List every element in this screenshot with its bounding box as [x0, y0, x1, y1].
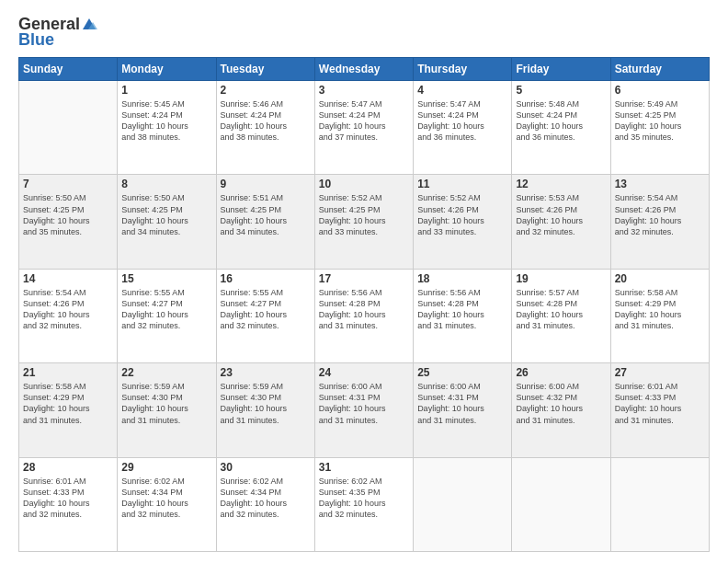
logo-icon [81, 17, 97, 31]
day-number: 2 [221, 84, 311, 97]
day-number: 1 [121, 84, 211, 97]
day-number: 11 [417, 178, 507, 190]
calendar-cell: 25Sunrise: 6:00 AM Sunset: 4:31 PM Dayli… [414, 363, 512, 457]
calendar-cell: 14Sunrise: 5:54 AM Sunset: 4:26 PM Dayli… [19, 269, 118, 362]
day-number: 9 [221, 178, 311, 190]
day-details: Sunrise: 6:00 AM Sunset: 4:32 PM Dayligh… [516, 381, 606, 426]
calendar-cell: 19Sunrise: 5:57 AM Sunset: 4:28 PM Dayli… [512, 269, 610, 362]
day-number: 25 [417, 366, 507, 379]
calendar-cell: 1Sunrise: 5:45 AM Sunset: 4:24 PM Daylig… [118, 81, 216, 175]
day-details: Sunrise: 6:01 AM Sunset: 4:33 PM Dayligh… [23, 476, 113, 521]
calendar-cell: 11Sunrise: 5:52 AM Sunset: 4:26 PM Dayli… [414, 175, 512, 269]
day-number: 31 [319, 461, 409, 474]
calendar-header-wednesday: Wednesday [314, 58, 413, 81]
calendar-cell: 23Sunrise: 5:59 AM Sunset: 4:30 PM Dayli… [216, 363, 314, 457]
calendar-cell: 7Sunrise: 5:50 AM Sunset: 4:25 PM Daylig… [19, 175, 118, 269]
day-number: 23 [221, 366, 311, 379]
day-number: 8 [121, 178, 211, 190]
calendar-header-saturday: Saturday [610, 58, 709, 81]
day-number: 30 [221, 461, 311, 474]
day-number: 22 [121, 366, 211, 379]
calendar-cell: 5Sunrise: 5:48 AM Sunset: 4:24 PM Daylig… [512, 81, 610, 175]
day-number: 16 [221, 272, 311, 285]
header: General Blue [18, 15, 710, 50]
calendar-cell: 28Sunrise: 6:01 AM Sunset: 4:33 PM Dayli… [19, 457, 118, 551]
calendar-cell: 4Sunrise: 5:47 AM Sunset: 4:24 PM Daylig… [414, 81, 512, 175]
day-number: 29 [121, 461, 211, 474]
logo: General Blue [18, 15, 97, 50]
calendar-cell: 9Sunrise: 5:51 AM Sunset: 4:25 PM Daylig… [216, 175, 314, 269]
day-details: Sunrise: 5:55 AM Sunset: 4:27 PM Dayligh… [121, 287, 211, 332]
day-details: Sunrise: 5:54 AM Sunset: 4:26 PM Dayligh… [23, 287, 113, 332]
day-details: Sunrise: 5:48 AM Sunset: 4:24 PM Dayligh… [516, 98, 606, 144]
day-number: 15 [121, 272, 211, 285]
calendar-week-row: 28Sunrise: 6:01 AM Sunset: 4:33 PM Dayli… [19, 457, 710, 551]
day-number: 12 [516, 178, 606, 190]
day-details: Sunrise: 6:02 AM Sunset: 4:34 PM Dayligh… [121, 476, 211, 521]
calendar-cell: 3Sunrise: 5:47 AM Sunset: 4:24 PM Daylig… [314, 81, 413, 175]
day-number: 20 [615, 272, 705, 285]
calendar-cell [512, 457, 610, 551]
calendar-header-row: SundayMondayTuesdayWednesdayThursdayFrid… [19, 58, 710, 81]
day-number: 7 [23, 178, 113, 190]
calendar-cell: 8Sunrise: 5:50 AM Sunset: 4:25 PM Daylig… [118, 175, 216, 269]
page: General Blue SundayMondayTuesdayWednesda… [0, 0, 728, 563]
calendar-cell: 21Sunrise: 5:58 AM Sunset: 4:29 PM Dayli… [19, 363, 118, 457]
calendar-cell: 29Sunrise: 6:02 AM Sunset: 4:34 PM Dayli… [118, 457, 216, 551]
calendar-cell: 22Sunrise: 5:59 AM Sunset: 4:30 PM Dayli… [118, 363, 216, 457]
day-number: 26 [516, 366, 606, 379]
logo-blue-text: Blue [18, 30, 54, 50]
day-details: Sunrise: 5:57 AM Sunset: 4:28 PM Dayligh… [516, 287, 606, 332]
day-details: Sunrise: 5:56 AM Sunset: 4:28 PM Dayligh… [417, 287, 507, 332]
calendar-header-thursday: Thursday [414, 58, 512, 81]
day-number: 3 [319, 84, 409, 97]
calendar-header-tuesday: Tuesday [216, 58, 314, 81]
day-number: 27 [615, 366, 705, 379]
calendar-cell: 13Sunrise: 5:54 AM Sunset: 4:26 PM Dayli… [610, 175, 709, 269]
day-details: Sunrise: 6:01 AM Sunset: 4:33 PM Dayligh… [615, 381, 705, 426]
calendar-week-row: 7Sunrise: 5:50 AM Sunset: 4:25 PM Daylig… [19, 175, 710, 269]
day-details: Sunrise: 5:45 AM Sunset: 4:24 PM Dayligh… [121, 98, 211, 144]
calendar-table: SundayMondayTuesdayWednesdayThursdayFrid… [18, 57, 710, 552]
day-details: Sunrise: 5:53 AM Sunset: 4:26 PM Dayligh… [516, 192, 606, 237]
calendar-header-monday: Monday [118, 58, 216, 81]
day-details: Sunrise: 5:49 AM Sunset: 4:25 PM Dayligh… [615, 98, 705, 144]
day-details: Sunrise: 5:47 AM Sunset: 4:24 PM Dayligh… [319, 98, 409, 144]
day-details: Sunrise: 6:00 AM Sunset: 4:31 PM Dayligh… [417, 381, 507, 426]
day-details: Sunrise: 5:52 AM Sunset: 4:25 PM Dayligh… [319, 192, 409, 237]
calendar-cell: 6Sunrise: 5:49 AM Sunset: 4:25 PM Daylig… [610, 81, 709, 175]
day-details: Sunrise: 6:00 AM Sunset: 4:31 PM Dayligh… [319, 381, 409, 426]
calendar-cell: 16Sunrise: 5:55 AM Sunset: 4:27 PM Dayli… [216, 269, 314, 362]
calendar-week-row: 14Sunrise: 5:54 AM Sunset: 4:26 PM Dayli… [19, 269, 710, 362]
day-details: Sunrise: 5:46 AM Sunset: 4:24 PM Dayligh… [221, 98, 311, 144]
calendar-header-friday: Friday [512, 58, 610, 81]
calendar-cell: 17Sunrise: 5:56 AM Sunset: 4:28 PM Dayli… [314, 269, 413, 362]
calendar-cell [610, 457, 709, 551]
calendar-week-row: 21Sunrise: 5:58 AM Sunset: 4:29 PM Dayli… [19, 363, 710, 457]
day-details: Sunrise: 6:02 AM Sunset: 4:35 PM Dayligh… [319, 476, 409, 521]
day-details: Sunrise: 5:51 AM Sunset: 4:25 PM Dayligh… [221, 192, 311, 237]
calendar-cell: 2Sunrise: 5:46 AM Sunset: 4:24 PM Daylig… [216, 81, 314, 175]
calendar-week-row: 1Sunrise: 5:45 AM Sunset: 4:24 PM Daylig… [19, 81, 710, 175]
day-number: 6 [615, 84, 705, 97]
day-number: 18 [417, 272, 507, 285]
calendar-cell [414, 457, 512, 551]
calendar-cell: 20Sunrise: 5:58 AM Sunset: 4:29 PM Dayli… [610, 269, 709, 362]
calendar-cell: 27Sunrise: 6:01 AM Sunset: 4:33 PM Dayli… [610, 363, 709, 457]
day-number: 5 [516, 84, 606, 97]
day-number: 4 [417, 84, 507, 97]
day-details: Sunrise: 5:58 AM Sunset: 4:29 PM Dayligh… [615, 287, 705, 332]
day-details: Sunrise: 5:50 AM Sunset: 4:25 PM Dayligh… [121, 192, 211, 237]
calendar-header-sunday: Sunday [19, 58, 118, 81]
day-number: 21 [23, 366, 113, 379]
day-details: Sunrise: 5:52 AM Sunset: 4:26 PM Dayligh… [417, 192, 507, 237]
day-details: Sunrise: 5:55 AM Sunset: 4:27 PM Dayligh… [221, 287, 311, 332]
day-number: 17 [319, 272, 409, 285]
calendar-cell: 15Sunrise: 5:55 AM Sunset: 4:27 PM Dayli… [118, 269, 216, 362]
calendar-cell: 30Sunrise: 6:02 AM Sunset: 4:34 PM Dayli… [216, 457, 314, 551]
day-details: Sunrise: 5:58 AM Sunset: 4:29 PM Dayligh… [23, 381, 113, 426]
day-details: Sunrise: 6:02 AM Sunset: 4:34 PM Dayligh… [221, 476, 311, 521]
day-details: Sunrise: 5:47 AM Sunset: 4:24 PM Dayligh… [417, 98, 507, 144]
day-details: Sunrise: 5:50 AM Sunset: 4:25 PM Dayligh… [23, 192, 113, 237]
calendar-cell: 10Sunrise: 5:52 AM Sunset: 4:25 PM Dayli… [314, 175, 413, 269]
